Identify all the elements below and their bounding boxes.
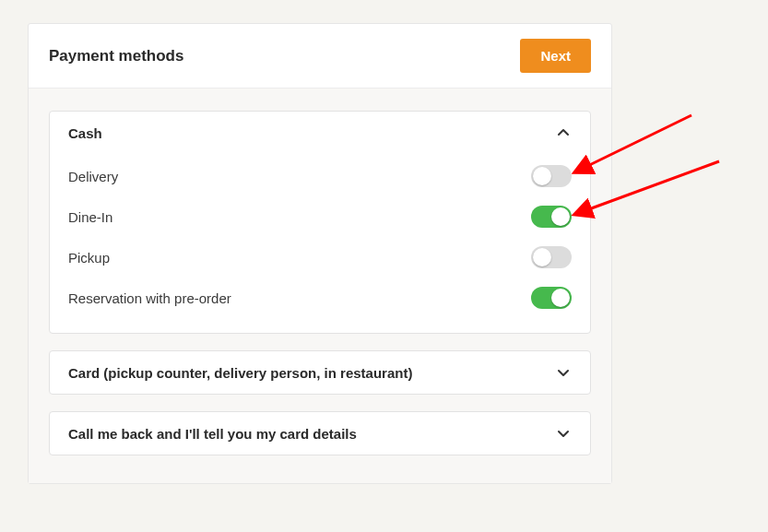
toggle-dinein[interactable] [531,206,572,228]
option-row-delivery: Delivery [68,156,572,196]
panel-cash-header[interactable]: Cash [50,112,590,154]
panel-card-title: Card (pickup counter, delivery person, i… [68,365,412,381]
option-label: Pickup [68,250,110,266]
payment-methods-card: Payment methods Next Cash Delivery Dine-… [28,23,612,484]
panel-card: Card (pickup counter, delivery person, i… [49,350,591,395]
panel-cash-title: Cash [68,125,102,141]
option-row-dinein: Dine-In [68,196,572,237]
next-button[interactable]: Next [520,39,591,73]
panel-cash: Cash Delivery Dine-In Pickup [49,111,591,334]
panel-callback-header[interactable]: Call me back and I'll tell you my card d… [50,412,590,455]
toggle-pickup[interactable] [531,246,572,268]
chevron-up-icon [555,124,572,141]
chevron-down-icon [555,425,572,442]
card-header: Payment methods Next [29,24,611,89]
page-title: Payment methods [49,47,183,65]
panel-cash-content: Delivery Dine-In Pickup Reservation with… [50,154,590,333]
chevron-down-icon [555,364,572,381]
option-label: Dine-In [68,209,112,225]
option-label: Reservation with pre-order [68,290,231,306]
option-row-reservation: Reservation with pre-order [68,278,572,318]
toggle-delivery[interactable] [531,165,572,187]
panel-callback: Call me back and I'll tell you my card d… [49,411,591,455]
panel-card-header[interactable]: Card (pickup counter, delivery person, i… [50,351,590,394]
option-row-pickup: Pickup [68,237,572,278]
toggle-reservation[interactable] [531,287,572,309]
card-body: Cash Delivery Dine-In Pickup [29,89,611,483]
panel-callback-title: Call me back and I'll tell you my card d… [68,426,357,442]
option-label: Delivery [68,169,118,184]
